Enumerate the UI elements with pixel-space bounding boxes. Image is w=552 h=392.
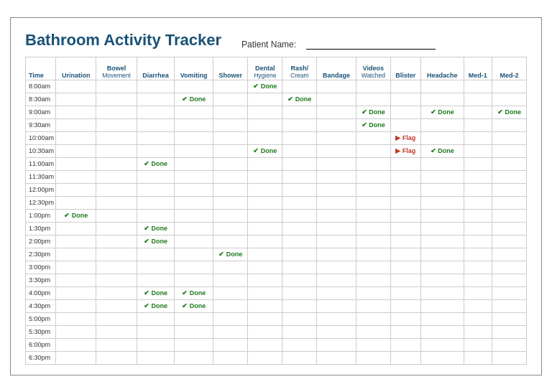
data-cell[interactable] (137, 261, 174, 274)
data-cell[interactable] (356, 286, 390, 299)
data-cell[interactable] (464, 80, 492, 93)
data-cell[interactable] (282, 106, 317, 118)
data-cell[interactable] (390, 170, 420, 183)
data-cell[interactable] (464, 248, 492, 261)
data-cell[interactable] (420, 248, 464, 261)
data-cell[interactable] (492, 274, 526, 286)
data-cell[interactable] (248, 106, 282, 118)
data-cell[interactable] (282, 235, 317, 248)
data-cell[interactable] (356, 209, 390, 222)
data-cell[interactable] (317, 248, 356, 261)
data-cell[interactable] (96, 209, 137, 222)
data-cell[interactable] (137, 325, 174, 338)
data-cell[interactable] (96, 299, 137, 312)
data-cell[interactable] (317, 351, 356, 364)
data-cell[interactable] (317, 106, 356, 118)
data-cell[interactable]: Done (137, 222, 174, 235)
data-cell[interactable] (56, 261, 96, 274)
data-cell[interactable] (420, 312, 464, 325)
data-cell[interactable] (420, 351, 464, 364)
data-cell[interactable] (390, 261, 420, 274)
data-cell[interactable] (282, 196, 317, 209)
data-cell[interactable] (175, 274, 213, 286)
data-cell[interactable] (175, 170, 213, 183)
data-cell[interactable] (492, 157, 526, 170)
data-cell[interactable] (213, 325, 248, 338)
data-cell[interactable] (420, 131, 464, 144)
data-cell[interactable] (213, 338, 248, 351)
data-cell[interactable] (213, 299, 248, 312)
data-cell[interactable] (282, 325, 317, 338)
data-cell[interactable] (56, 222, 96, 235)
data-cell[interactable] (282, 144, 317, 157)
data-cell[interactable] (390, 351, 420, 364)
data-cell[interactable] (56, 93, 96, 106)
data-cell[interactable] (390, 106, 420, 118)
data-cell[interactable] (317, 118, 356, 131)
data-cell[interactable] (356, 299, 390, 312)
data-cell[interactable] (96, 325, 137, 338)
data-cell[interactable] (282, 157, 317, 170)
data-cell[interactable] (492, 170, 526, 183)
data-cell[interactable] (282, 338, 317, 351)
data-cell[interactable] (248, 183, 282, 196)
data-cell[interactable] (96, 248, 137, 261)
data-cell[interactable] (248, 222, 282, 235)
data-cell[interactable] (317, 157, 356, 170)
data-cell[interactable] (492, 183, 526, 196)
data-cell[interactable] (248, 299, 282, 312)
data-cell[interactable] (96, 118, 137, 131)
data-cell[interactable] (56, 170, 96, 183)
data-cell[interactable] (213, 118, 248, 131)
data-cell[interactable] (175, 196, 213, 209)
data-cell[interactable] (420, 183, 464, 196)
data-cell[interactable] (464, 299, 492, 312)
data-cell[interactable] (175, 80, 213, 93)
data-cell[interactable] (420, 286, 464, 299)
patient-name-field[interactable] (306, 39, 436, 50)
data-cell[interactable] (317, 286, 356, 299)
data-cell[interactable] (420, 299, 464, 312)
data-cell[interactable] (492, 196, 526, 209)
data-cell[interactable] (282, 286, 317, 299)
data-cell[interactable] (96, 274, 137, 286)
data-cell[interactable] (137, 248, 174, 261)
data-cell[interactable] (213, 106, 248, 118)
data-cell[interactable] (390, 222, 420, 235)
data-cell[interactable] (356, 261, 390, 274)
data-cell[interactable] (356, 325, 390, 338)
data-cell[interactable] (390, 312, 420, 325)
data-cell[interactable] (56, 144, 96, 157)
data-cell[interactable] (96, 157, 137, 170)
data-cell[interactable] (175, 118, 213, 131)
data-cell[interactable] (96, 196, 137, 209)
data-cell[interactable] (492, 144, 526, 157)
data-cell[interactable] (356, 170, 390, 183)
data-cell[interactable] (56, 80, 96, 93)
data-cell[interactable] (492, 209, 526, 222)
data-cell[interactable] (282, 170, 317, 183)
data-cell[interactable] (56, 312, 96, 325)
data-cell[interactable] (175, 131, 213, 144)
data-cell[interactable] (137, 131, 174, 144)
data-cell[interactable] (356, 235, 390, 248)
data-cell[interactable] (356, 157, 390, 170)
data-cell[interactable] (390, 299, 420, 312)
data-cell[interactable] (248, 196, 282, 209)
data-cell[interactable] (492, 248, 526, 261)
data-cell[interactable] (213, 351, 248, 364)
data-cell[interactable] (420, 222, 464, 235)
data-cell[interactable]: Flag (390, 144, 420, 157)
data-cell[interactable] (137, 351, 174, 364)
data-cell[interactable] (56, 325, 96, 338)
data-cell[interactable] (317, 209, 356, 222)
data-cell[interactable] (175, 325, 213, 338)
data-cell[interactable]: Done (175, 299, 213, 312)
data-cell[interactable] (390, 118, 420, 131)
data-cell[interactable] (175, 338, 213, 351)
data-cell[interactable] (213, 196, 248, 209)
data-cell[interactable] (317, 338, 356, 351)
data-cell[interactable] (282, 248, 317, 261)
data-cell[interactable] (464, 106, 492, 118)
data-cell[interactable] (248, 248, 282, 261)
